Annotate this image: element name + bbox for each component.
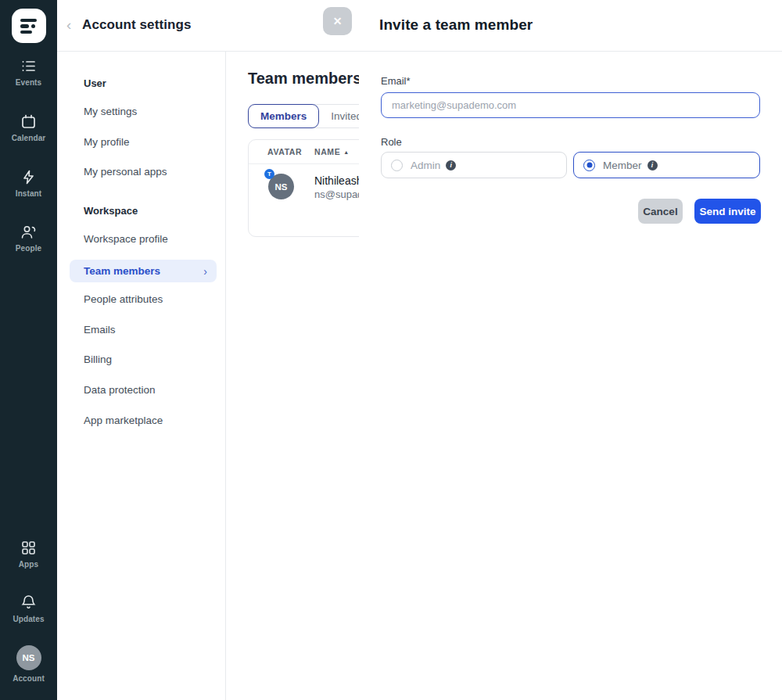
people-icon	[20, 224, 38, 240]
member-avatar-wrap: NS T	[268, 174, 294, 199]
tab-members[interactable]: Members	[248, 104, 319, 128]
role-option-member[interactable]: Member i	[573, 152, 760, 178]
content-title: Team members	[248, 70, 361, 88]
sidebar-item-instant[interactable]: Instant	[0, 169, 57, 198]
events-icon	[20, 58, 37, 74]
logo-dot	[31, 24, 35, 28]
top-header: ‹ Account settings ✕ Invite a team membe…	[57, 0, 782, 52]
sidebar-item-apps[interactable]: Apps	[0, 540, 57, 569]
instant-icon	[20, 169, 37, 185]
owner-badge-icon: T	[264, 169, 274, 179]
invite-panel: Email* Role Admin i Member i Cancel Send…	[359, 52, 782, 700]
nav-item-my-profile[interactable]: My profile	[84, 136, 130, 148]
radio-unselected-icon	[391, 160, 403, 171]
sidebar-item-label: Updates	[0, 615, 57, 623]
back-chevron-icon[interactable]: ‹	[66, 17, 71, 33]
apps-icon	[20, 540, 37, 556]
app-sidebar: Events Calendar Instant People	[0, 0, 57, 700]
nav-item-my-personal-apps[interactable]: My personal apps	[84, 166, 167, 178]
info-icon: i	[446, 160, 456, 171]
nav-section-workspace: Workspace	[84, 205, 138, 217]
chevron-right-icon: ›	[203, 265, 207, 278]
role-option-label: Member	[603, 160, 642, 171]
close-icon[interactable]: ✕	[323, 7, 352, 35]
app-logo[interactable]	[12, 9, 46, 43]
sidebar-item-account[interactable]: NS Account	[0, 645, 57, 683]
nav-item-label: Team members	[84, 265, 203, 277]
member-name: Nithileash	[314, 174, 362, 187]
column-header-name[interactable]: NAME▲	[314, 147, 350, 156]
sidebar-item-label: Instant	[0, 189, 57, 198]
nav-item-billing[interactable]: Billing	[84, 354, 112, 365]
role-label: Role	[381, 136, 402, 148]
sidebar-item-label: Apps	[0, 560, 57, 569]
send-invite-button[interactable]: Send invite	[694, 199, 761, 224]
radio-selected-icon	[583, 160, 595, 171]
sidebar-item-calendar[interactable]: Calendar	[0, 113, 57, 142]
nav-item-people-attributes[interactable]: People attributes	[84, 293, 163, 305]
cancel-button[interactable]: Cancel	[638, 199, 683, 224]
info-icon: i	[647, 160, 658, 171]
logo-bar	[20, 19, 37, 23]
nav-item-data-protection[interactable]: Data protection	[84, 384, 156, 396]
sidebar-item-people[interactable]: People	[0, 224, 57, 253]
column-header-avatar: AVATAR	[267, 147, 302, 156]
role-option-admin[interactable]: Admin i	[381, 152, 567, 178]
members-tabs: Members Invited	[248, 104, 375, 128]
invite-panel-title: Invite a team member	[379, 16, 533, 34]
bell-icon	[20, 594, 37, 611]
calendar-icon	[20, 113, 37, 130]
sidebar-item-label: Calendar	[0, 134, 57, 142]
account-avatar: NS	[16, 645, 41, 670]
nav-item-emails[interactable]: Emails	[84, 324, 116, 336]
nav-section-user: User	[84, 77, 106, 89]
nav-item-my-settings[interactable]: My settings	[84, 106, 137, 117]
sort-asc-icon: ▲	[343, 149, 350, 155]
sidebar-item-label: Events	[0, 78, 57, 87]
email-field[interactable]	[381, 92, 760, 118]
logo-bar	[20, 31, 32, 34]
sidebar-item-events[interactable]: Events	[0, 58, 57, 87]
role-option-label: Admin	[411, 160, 440, 171]
sidebar-item-label: People	[0, 244, 57, 253]
settings-nav-panel: User My settings My profile My personal …	[57, 52, 226, 700]
email-label: Email*	[381, 75, 411, 87]
nav-item-app-marketplace[interactable]: App marketplace	[84, 415, 163, 426]
nav-item-workspace-profile[interactable]: Workspace profile	[84, 233, 168, 245]
page-title: Account settings	[82, 17, 192, 33]
nav-item-team-members[interactable]: Team members ›	[70, 260, 217, 282]
sidebar-item-label: Account	[0, 674, 57, 683]
logo-bar	[20, 24, 29, 28]
sidebar-item-updates[interactable]: Updates	[0, 594, 57, 623]
